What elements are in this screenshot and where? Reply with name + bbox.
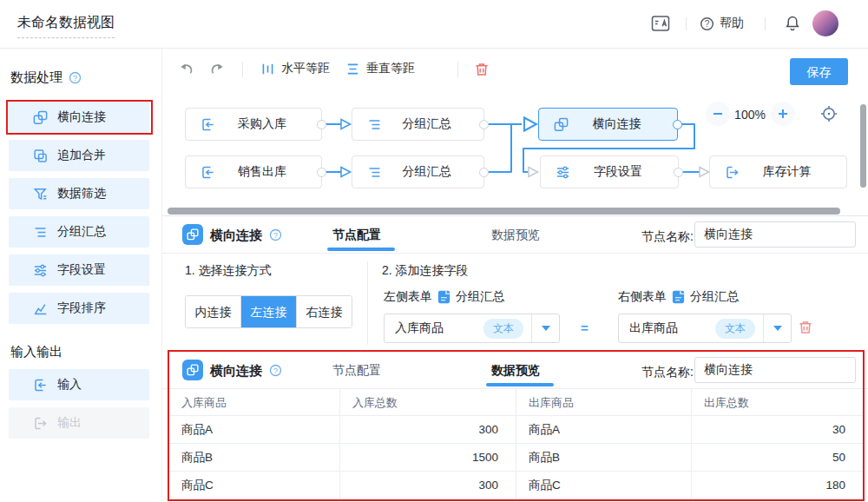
remove-field-button[interactable] (798, 320, 813, 335)
form-doc-icon (437, 290, 450, 304)
node-label: 字段设置 (570, 164, 678, 180)
node-group-summary-2[interactable]: 分组汇总 (352, 155, 484, 188)
output-port[interactable] (673, 120, 682, 129)
app-window: 未命名数据视图 ? 帮助 (0, 0, 868, 502)
user-avatar[interactable] (812, 10, 838, 36)
table-cell: 1500 (340, 444, 516, 472)
node-name-label: 节点名称: (614, 365, 694, 380)
append-merge-icon (33, 149, 48, 163)
join-icon (182, 360, 203, 380)
node-inventory-calc[interactable]: 库存计算 (709, 155, 847, 188)
vertical-distribute-button[interactable]: 垂直等距 (345, 61, 415, 76)
sidebar-item-append-merge[interactable]: 追加合并 (9, 140, 149, 171)
save-button[interactable]: 保存 (790, 58, 848, 85)
node-purchase-inbound[interactable]: 采购入库 (185, 108, 322, 141)
help-menu[interactable]: ? 帮助 (700, 16, 744, 31)
horizontal-distribute-button[interactable]: 水平等距 (260, 61, 330, 76)
column-header: 入库总数 (340, 389, 516, 416)
document-title[interactable]: 未命名数据视图 (17, 14, 115, 38)
table-cell: 商品C (169, 472, 340, 499)
column-header: 入库商品 (169, 389, 340, 416)
sidebar-item-data-filter[interactable]: 数据筛选 (9, 178, 149, 209)
sidebar-item-group-summary[interactable]: 分组汇总 (9, 216, 149, 248)
node-label: 分组汇总 (382, 116, 483, 132)
chevron-down-icon[interactable] (764, 321, 791, 335)
join-icon (554, 117, 569, 132)
node-label: 采购入库 (215, 116, 321, 132)
flow-canvas[interactable]: 采购入库 分组汇总 横向连接 (162, 90, 868, 215)
left-form-label: 左侧表单 (384, 289, 432, 305)
section-title: 数据处理 (10, 69, 62, 86)
table-cell: 商品B (516, 444, 692, 472)
node-name-input[interactable] (694, 221, 856, 248)
sidebar-item-field-settings[interactable]: 字段设置 (9, 254, 149, 286)
section-help-icon[interactable]: ? (69, 71, 82, 84)
preview-table: 入库商品 入库总数 出库商品 出库总数 商品A 300 商品A 30 商品B 1… (169, 389, 863, 499)
right-form-label: 右侧表单 (618, 289, 667, 305)
sidebar-item-horizontal-join[interactable]: 横向连接 (9, 102, 149, 133)
sidebar-item-input[interactable]: 输入 (9, 369, 149, 400)
node-sales-outbound[interactable]: 销售出库 (185, 155, 322, 188)
table-cell: 300 (340, 472, 516, 499)
left-field-select[interactable]: 入库商品 文本 (384, 314, 560, 343)
help-label: 帮助 (720, 16, 744, 31)
join-right-button[interactable]: 右连接 (296, 296, 352, 327)
sidebar-item-output: 输出 (9, 407, 149, 439)
node-horizontal-join[interactable]: 横向连接 (538, 108, 678, 141)
section-title: 输入输出 (10, 344, 62, 360)
svg-text:?: ? (705, 19, 710, 29)
horizontal-scrollbar[interactable] (168, 208, 840, 215)
id-card-icon[interactable] (651, 15, 670, 32)
notification-bell-icon[interactable] (784, 15, 801, 32)
sidebar-section-data-processing: 数据处理 ? (10, 69, 82, 86)
undo-button[interactable] (179, 62, 195, 76)
svg-text:?: ? (73, 74, 77, 83)
sidebar-section-input-output: 输入输出 (10, 344, 62, 360)
active-tab-underline (327, 248, 395, 251)
table-cell: 商品B (169, 444, 340, 472)
right-field-select[interactable]: 出库商品 文本 (618, 314, 792, 343)
panel-header-divider (162, 253, 868, 254)
right-form-value: 分组汇总 (690, 289, 739, 305)
output-port[interactable] (674, 168, 683, 177)
output-port[interactable] (317, 168, 326, 177)
svg-text:?: ? (273, 367, 278, 375)
tab-node-config[interactable]: 节点配置 (332, 228, 381, 243)
output-port[interactable] (479, 168, 489, 177)
panel-help-icon[interactable]: ? (269, 228, 282, 241)
join-inner-button[interactable]: 内连接 (186, 296, 240, 327)
sidebar: 数据处理 ? 横向连接 追加合并 (0, 49, 162, 502)
chevron-down-icon[interactable] (532, 321, 559, 335)
table-cell: 商品A (169, 416, 340, 444)
sidebar-item-field-sort[interactable]: 字段排序 (9, 293, 149, 324)
node-field-settings[interactable]: 字段设置 (540, 155, 679, 188)
delete-node-button[interactable] (474, 62, 490, 77)
join-type-segmented: 内连接 左连接 右连接 (185, 295, 352, 328)
tab-data-preview[interactable]: 数据预览 (491, 363, 540, 379)
panel-help-icon[interactable]: ? (269, 364, 282, 377)
node-group-summary-1[interactable]: 分组汇总 (352, 108, 484, 141)
locate-center-icon[interactable] (819, 104, 838, 123)
step2-title: 2. 添加连接字段 (382, 263, 469, 279)
zoom-in-button[interactable] (771, 102, 795, 126)
node-label: 库存计算 (740, 164, 846, 180)
toolbar-divider (242, 62, 243, 77)
tab-data-preview[interactable]: 数据预览 (491, 228, 540, 243)
vertical-scrollbar[interactable] (860, 104, 866, 188)
node-name-input[interactable] (694, 357, 856, 383)
equals-sign: = (581, 320, 589, 335)
sidebar-item-label: 分组汇总 (57, 224, 106, 240)
tab-node-config[interactable]: 节点配置 (332, 363, 381, 379)
data-preview-panel: 横向连接 ? 节点配置 数据预览 节点名称: 入库商品 入库总数 出库商品 出库… (162, 350, 868, 502)
zoom-out-button[interactable] (706, 102, 730, 126)
redo-button[interactable] (208, 62, 225, 76)
field-settings-icon (556, 165, 570, 180)
join-left-button[interactable]: 左连接 (240, 296, 296, 327)
output-port[interactable] (479, 120, 489, 129)
right-field-value: 出库商品 (629, 320, 678, 336)
input-icon (201, 165, 215, 180)
table-cell: 商品C (516, 472, 692, 499)
output-icon (725, 165, 740, 180)
output-port[interactable] (317, 120, 326, 129)
sidebar-item-label: 数据筛选 (57, 186, 106, 201)
